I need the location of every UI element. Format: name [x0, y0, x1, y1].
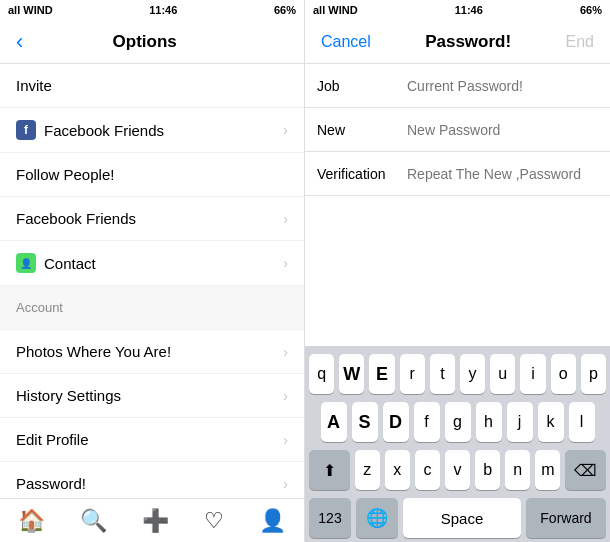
- nav-title-right: Password!: [425, 32, 511, 52]
- delete-key[interactable]: ⌫: [565, 450, 606, 490]
- key-b[interactable]: b: [475, 450, 500, 490]
- key-m[interactable]: m: [535, 450, 560, 490]
- menu-label-fb-s: Facebook Friends: [44, 122, 164, 139]
- menu-label-edit-profile: Edit Profile: [16, 431, 89, 448]
- menu-label-account: Account: [16, 300, 63, 315]
- key-l[interactable]: l: [569, 402, 595, 442]
- form-row-verification: Verification: [305, 152, 610, 196]
- chevron-icon: ›: [283, 211, 288, 227]
- new-password-input[interactable]: [407, 122, 598, 138]
- menu-item-history[interactable]: History Settings ›: [0, 374, 304, 418]
- menu-label-fb: Facebook Friends: [16, 210, 136, 227]
- menu-item-password[interactable]: Password! ›: [0, 462, 304, 498]
- time-right: 11:46: [455, 4, 483, 16]
- key-x[interactable]: x: [385, 450, 410, 490]
- heart-icon[interactable]: ♡: [204, 508, 224, 534]
- facebook-icon: f: [16, 120, 36, 140]
- numeric-key[interactable]: 123: [309, 498, 351, 538]
- verify-password-input[interactable]: [407, 166, 598, 182]
- menu-item-left-contact: 👤 Contact: [16, 253, 96, 273]
- keyboard-row-3: ⬆ z x c v b n m ⌫: [309, 450, 606, 490]
- menu-item-facebook-friends-s[interactable]: f Facebook Friends ›: [0, 108, 304, 153]
- battery-left: 66%: [274, 4, 296, 16]
- key-d[interactable]: D: [383, 402, 409, 442]
- carrier-right: all WIND: [313, 4, 358, 16]
- menu-label-invite: Invite: [16, 77, 52, 94]
- key-j[interactable]: j: [507, 402, 533, 442]
- menu-item-photos[interactable]: Photos Where You Are! ›: [0, 330, 304, 374]
- chevron-icon: ›: [283, 476, 288, 492]
- space-key[interactable]: Space: [403, 498, 521, 538]
- key-a[interactable]: A: [321, 402, 347, 442]
- shift-key[interactable]: ⬆: [309, 450, 350, 490]
- menu-item-account-header: Account: [0, 286, 304, 330]
- key-k[interactable]: k: [538, 402, 564, 442]
- key-v[interactable]: v: [445, 450, 470, 490]
- menu-item-facebook-friends[interactable]: Facebook Friends ›: [0, 197, 304, 241]
- menu-label-history: History Settings: [16, 387, 121, 404]
- nav-bar-right: Cancel Password! End: [305, 20, 610, 64]
- key-t[interactable]: t: [430, 354, 455, 394]
- form-label-new: New: [317, 122, 407, 138]
- menu-item-follow-people[interactable]: Follow People!: [0, 153, 304, 197]
- key-f[interactable]: f: [414, 402, 440, 442]
- menu-item-invite[interactable]: Invite: [0, 64, 304, 108]
- chevron-icon: ›: [283, 344, 288, 360]
- chevron-icon: ›: [283, 388, 288, 404]
- form-row-new: New: [305, 108, 610, 152]
- contact-icon: 👤: [16, 253, 36, 273]
- key-p[interactable]: p: [581, 354, 606, 394]
- key-w[interactable]: W: [339, 354, 364, 394]
- back-button[interactable]: ‹: [16, 29, 23, 55]
- key-c[interactable]: c: [415, 450, 440, 490]
- key-y[interactable]: y: [460, 354, 485, 394]
- menu-item-contact[interactable]: 👤 Contact ›: [0, 241, 304, 286]
- key-e[interactable]: E: [369, 354, 394, 394]
- key-h[interactable]: h: [476, 402, 502, 442]
- profile-icon[interactable]: 👤: [259, 508, 286, 534]
- menu-list: Invite f Facebook Friends › Follow Peopl…: [0, 64, 304, 498]
- key-g[interactable]: g: [445, 402, 471, 442]
- cancel-button[interactable]: Cancel: [321, 33, 371, 51]
- keyboard-row-1: q W E r t y u i o p: [309, 354, 606, 394]
- key-z[interactable]: z: [355, 450, 380, 490]
- chevron-icon: ›: [283, 122, 288, 138]
- left-panel: all WIND 11:46 66% ‹ Options Invite f Fa…: [0, 0, 305, 542]
- form-label-verification: Verification: [317, 166, 407, 182]
- keyboard: q W E r t y u i o p A S D f g h j k l ⬆ …: [305, 346, 610, 542]
- current-password-input[interactable]: [407, 78, 598, 94]
- key-q[interactable]: q: [309, 354, 334, 394]
- menu-label-password: Password!: [16, 475, 86, 492]
- menu-item-left: f Facebook Friends: [16, 120, 164, 140]
- key-s[interactable]: S: [352, 402, 378, 442]
- key-i[interactable]: i: [520, 354, 545, 394]
- key-u[interactable]: u: [490, 354, 515, 394]
- key-o[interactable]: o: [551, 354, 576, 394]
- key-n[interactable]: n: [505, 450, 530, 490]
- carrier-left: all WIND: [8, 4, 53, 16]
- menu-label-contact: Contact: [44, 255, 96, 272]
- nav-title-left: Options: [31, 32, 258, 52]
- return-key[interactable]: Forward: [526, 498, 606, 538]
- key-r[interactable]: r: [400, 354, 425, 394]
- menu-item-edit-profile[interactable]: Edit Profile ›: [0, 418, 304, 462]
- bottom-nav-left: 🏠 🔍 ➕ ♡ 👤: [0, 498, 304, 542]
- chevron-icon: ›: [283, 432, 288, 448]
- status-bar-right: all WIND 11:46 66%: [305, 0, 610, 20]
- nav-bar-left: ‹ Options: [0, 20, 304, 64]
- form-label-job: Job: [317, 78, 407, 94]
- time-left: 11:46: [149, 4, 177, 16]
- globe-key[interactable]: 🌐: [356, 498, 398, 538]
- keyboard-row-2: A S D f g h j k l: [309, 402, 606, 442]
- home-icon[interactable]: 🏠: [18, 508, 45, 534]
- search-icon[interactable]: 🔍: [80, 508, 107, 534]
- menu-label-photos: Photos Where You Are!: [16, 343, 171, 360]
- chevron-icon: ›: [283, 255, 288, 271]
- keyboard-bottom-row: 123 🌐 Space Forward: [309, 498, 606, 538]
- status-bar-left: all WIND 11:46 66%: [0, 0, 304, 20]
- right-panel: all WIND 11:46 66% Cancel Password! End …: [305, 0, 610, 542]
- add-icon[interactable]: ➕: [142, 508, 169, 534]
- end-button[interactable]: End: [566, 33, 594, 51]
- battery-right: 66%: [580, 4, 602, 16]
- menu-label-follow: Follow People!: [16, 166, 114, 183]
